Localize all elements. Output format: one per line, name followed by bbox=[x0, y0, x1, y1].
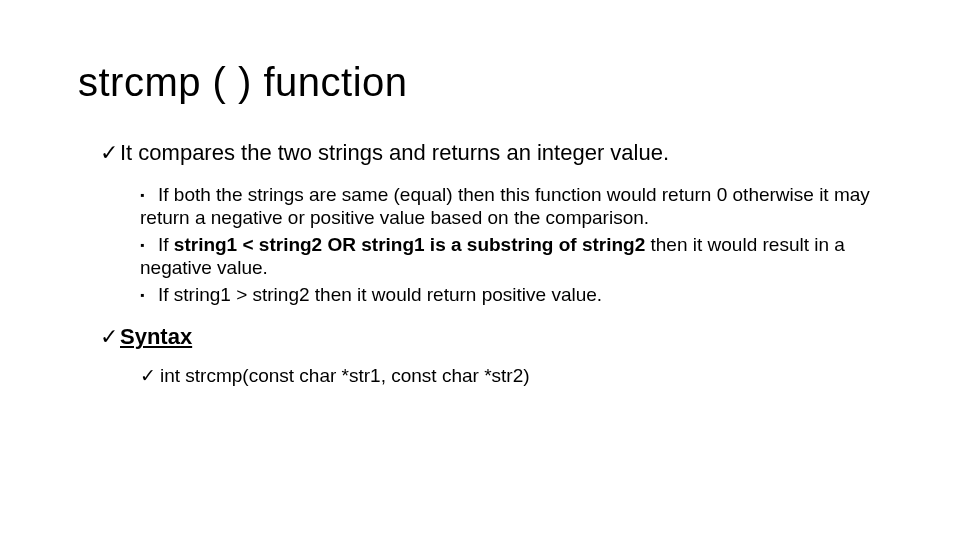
syntax-heading: Syntax bbox=[120, 324, 192, 349]
square-bullet-icon: ▪ bbox=[140, 288, 158, 302]
subbullet-equal: ▪If both the strings are same (equal) th… bbox=[140, 184, 900, 230]
bullet-syntax: ✓Syntax bbox=[100, 324, 900, 350]
subbullet-prefix: If bbox=[158, 234, 174, 255]
subbullet-bold: string1 < string2 OR string1 is a substr… bbox=[174, 234, 645, 255]
subbullet-text: If both the strings are same (equal) the… bbox=[140, 184, 870, 228]
slide-title: strcmp ( ) function bbox=[78, 60, 408, 105]
syntax-code: int strcmp(const char *str1, const char … bbox=[160, 365, 530, 386]
subbullet-positive: ▪If string1 > string2 then it would retu… bbox=[140, 284, 900, 307]
subbullet-negative: ▪If string1 < string2 OR string1 is a su… bbox=[140, 234, 900, 280]
bullet-compares: ✓It compares the two strings and returns… bbox=[100, 140, 900, 166]
syntax-line: ✓int strcmp(const char *str1, const char… bbox=[140, 365, 900, 388]
checkmark-icon: ✓ bbox=[100, 140, 120, 166]
square-bullet-icon: ▪ bbox=[140, 238, 158, 252]
square-bullet-icon: ▪ bbox=[140, 188, 158, 202]
subbullet-text: If string1 > string2 then it would retur… bbox=[158, 284, 602, 305]
slide-body: ✓It compares the two strings and returns… bbox=[100, 140, 900, 392]
checkmark-icon: ✓ bbox=[100, 324, 120, 350]
checkmark-icon: ✓ bbox=[140, 365, 160, 388]
bullet-text: It compares the two strings and returns … bbox=[120, 140, 669, 165]
slide: strcmp ( ) function ✓It compares the two… bbox=[0, 0, 960, 540]
